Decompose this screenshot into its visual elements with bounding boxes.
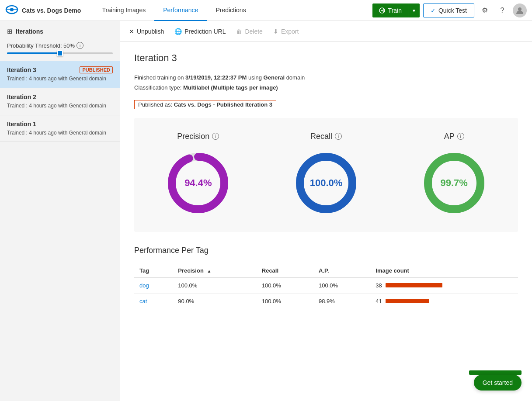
info-finished-prefix: Finished training on	[134, 74, 185, 81]
export-label: Export	[281, 28, 299, 35]
quick-test-button[interactable]: ✓ Quick Test	[423, 3, 474, 17]
dog-bar-container: 38	[376, 282, 513, 289]
iteration3-published-badge: PUBLISHED	[80, 66, 113, 73]
dog-count: 38	[376, 282, 382, 289]
dog-recall: 100.0%	[257, 277, 313, 293]
dog-link[interactable]: dog	[139, 282, 149, 289]
precision-sort-icon[interactable]: ▲	[207, 269, 211, 273]
precision-donut: 94.4%	[163, 148, 233, 218]
iterations-label: Iterations	[16, 28, 43, 35]
dog-image-count-cell: 38	[370, 277, 518, 293]
slider-thumb[interactable]	[57, 50, 63, 56]
table-row-dog: dog 100.0% 100.0% 100.0% 38	[134, 277, 518, 293]
ap-label: AP	[444, 132, 455, 141]
gear-icon: ⚙	[482, 6, 488, 14]
export-button[interactable]: ⬇ Export	[273, 26, 299, 37]
info-domain-suffix: domain	[285, 74, 305, 81]
precision-metric: Precision i 94.4%	[163, 132, 233, 218]
ap-label-row: AP i	[444, 132, 464, 141]
col-precision: Precision ▲	[173, 264, 256, 278]
dog-ap: 100.0%	[313, 277, 370, 293]
precision-info-icon[interactable]: i	[212, 133, 219, 140]
cat-link[interactable]: cat	[139, 298, 147, 304]
sidebar-item-iteration1[interactable]: Iteration 1 Trained : 4 hours ago with G…	[0, 115, 120, 142]
recall-metric: Recall i 100.0%	[291, 132, 361, 218]
globe-icon: 🌐	[174, 28, 182, 35]
published-as-prefix: Published as:	[138, 101, 174, 108]
recall-value: 100.0%	[310, 177, 343, 189]
content-area: ✕ Unpublish 🌐 Prediction URL 🗑 Delete ⬇ …	[120, 21, 532, 401]
cat-precision: 90.0%	[173, 293, 256, 309]
col-recall: Recall	[257, 264, 313, 278]
iteration2-header: Iteration 2	[7, 93, 113, 100]
get-started-button[interactable]: Get started	[474, 375, 522, 391]
info-line1: Finished training on 3/19/2019, 12:22:37…	[134, 73, 518, 83]
svg-point-4	[518, 7, 522, 11]
precision-label-row: Precision i	[177, 132, 219, 141]
tag-dog-link[interactable]: dog	[134, 277, 173, 293]
tab-training-images[interactable]: Training Images	[93, 0, 154, 21]
dog-precision: 100.0%	[173, 277, 256, 293]
iteration2-detail: Trained : 4 hours ago with General domai…	[7, 102, 113, 110]
col-ap: A.P.	[313, 264, 370, 278]
info-using: using	[247, 74, 263, 81]
sidebar-item-iteration3[interactable]: Iteration 3 PUBLISHED Trained : 4 hours …	[0, 61, 120, 88]
quick-test-label: Quick Test	[438, 7, 467, 14]
ap-donut: 99.7%	[419, 148, 489, 218]
threshold-text: Probability Threshold: 50%	[7, 42, 75, 49]
delete-button[interactable]: 🗑 Delete	[236, 26, 262, 37]
download-icon: ⬇	[273, 28, 278, 35]
ap-info-icon[interactable]: i	[457, 133, 464, 140]
precision-label: Precision	[177, 132, 209, 141]
cat-image-count-cell: 41	[370, 293, 518, 309]
sidebar-item-iteration2[interactable]: Iteration 2 Trained : 4 hours ago with G…	[0, 88, 120, 115]
slider-track	[7, 52, 113, 54]
delete-label: Delete	[245, 28, 262, 35]
published-as-name: Cats vs. Dogs - Published Iteration 3	[174, 101, 272, 108]
user-avatar[interactable]	[513, 3, 527, 17]
threshold-label: Probability Threshold: 50% i	[7, 42, 113, 49]
tab-predictions[interactable]: Predictions	[207, 0, 254, 21]
train-split-button[interactable]: ▼	[408, 3, 420, 17]
recall-label-row: Recall i	[310, 132, 342, 141]
prediction-url-label: Prediction URL	[184, 28, 226, 35]
recall-donut: 100.0%	[291, 148, 361, 218]
sidebar-iterations-header: ⊞ Iterations	[0, 21, 120, 38]
prediction-url-button[interactable]: 🌐 Prediction URL	[174, 26, 226, 37]
threshold-info-icon[interactable]: i	[76, 42, 83, 49]
header-actions: Train ▼ ✓ Quick Test ⚙ ?	[372, 3, 527, 17]
header: Cats vs. Dogs Demo Training Images Perfo…	[0, 0, 532, 21]
published-as-box: Published as: Cats vs. Dogs - Published …	[134, 100, 276, 109]
help-button[interactable]: ?	[495, 3, 509, 17]
train-label: Train	[388, 7, 402, 14]
unpublish-label: Unpublish	[137, 28, 164, 35]
sidebar: ⊞ Iterations Probability Threshold: 50% …	[0, 21, 120, 401]
green-bar-decoration	[469, 370, 522, 375]
col-tag: Tag	[134, 264, 173, 278]
tag-cat-link[interactable]: cat	[134, 293, 173, 309]
tab-performance[interactable]: Performance	[154, 0, 207, 21]
col-image-count: Image count	[370, 264, 518, 278]
iteration1-name: Iteration 1	[7, 121, 36, 128]
iteration1-header: Iteration 1	[7, 121, 113, 128]
tag-table-head: Tag Precision ▲ Recall A.P. Image count	[134, 264, 518, 278]
content-toolbar: ✕ Unpublish 🌐 Prediction URL 🗑 Delete ⬇ …	[120, 21, 532, 42]
settings-button[interactable]: ⚙	[478, 3, 492, 17]
cat-count: 41	[376, 298, 382, 304]
tag-table: Tag Precision ▲ Recall A.P. Image count	[134, 264, 518, 309]
threshold-slider-container	[7, 52, 113, 54]
iteration-info: Finished training on 3/19/2019, 12:22:37…	[134, 73, 518, 93]
logo-area: Cats vs. Dogs Demo	[5, 3, 90, 18]
info-classification: Multilabel (Multiple tags per image)	[183, 84, 278, 91]
tag-table-header-row: Tag Precision ▲ Recall A.P. Image count	[134, 264, 518, 278]
ap-metric: AP i 99.7%	[419, 132, 489, 218]
cat-ap: 98.9%	[313, 293, 370, 309]
recall-info-icon[interactable]: i	[335, 133, 342, 140]
slider-fill	[7, 52, 60, 54]
train-button[interactable]: Train	[372, 3, 408, 17]
x-icon: ✕	[129, 28, 134, 35]
nav-tabs: Training Images Performance Predictions	[93, 0, 369, 21]
unpublish-button[interactable]: ✕ Unpublish	[129, 26, 164, 37]
check-icon: ✓	[431, 7, 436, 14]
dog-bar	[386, 283, 442, 287]
